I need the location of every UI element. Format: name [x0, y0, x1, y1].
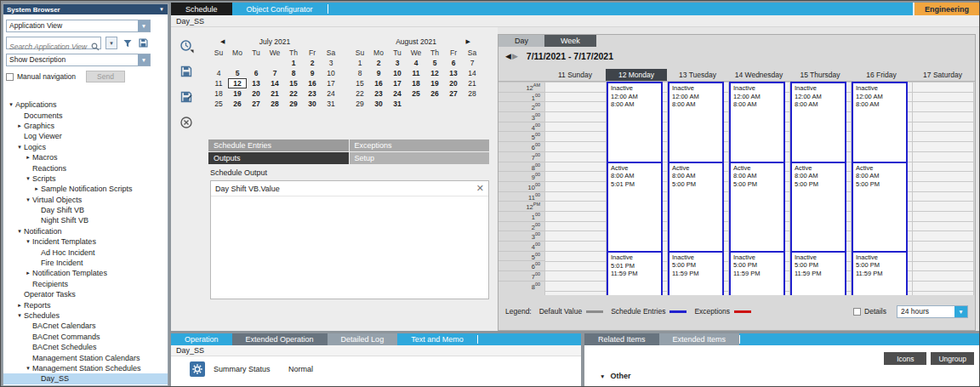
date-cell[interactable]: 24 [322, 88, 340, 99]
date-cell[interactable]: 26 [425, 88, 444, 99]
date-cell[interactable]: 15 [284, 78, 303, 88]
collapsed-arrow-icon[interactable]: ▸ [15, 122, 24, 129]
date-cell[interactable]: 9 [369, 68, 388, 78]
entry-tab-exceptions[interactable]: Exceptions [350, 139, 490, 151]
time-range-select[interactable]: 24 hours ▼ [897, 305, 968, 318]
date-cell[interactable]: 25 [407, 88, 425, 99]
collapsed-arrow-icon[interactable]: ▸ [15, 302, 24, 309]
tree-item-notification[interactable]: ▾Notification [3, 226, 168, 236]
output-item[interactable]: Day Shift VB.Value ✕ [211, 181, 488, 196]
date-cell[interactable]: 13 [444, 68, 463, 78]
date-cell[interactable]: 12 [228, 78, 247, 88]
remove-output-icon[interactable]: ✕ [476, 183, 484, 194]
date-cell[interactable]: 23 [369, 88, 388, 99]
date-cell[interactable]: 5 [425, 58, 444, 68]
tree-item-night-shift-vb[interactable]: Night Shift VB [3, 215, 168, 225]
tree-item-bacnet-commands[interactable]: BACnet Commands [3, 332, 168, 342]
tab-week[interactable]: Week [544, 35, 596, 47]
date-cell[interactable]: 9 [303, 68, 322, 78]
tab-schedule[interactable]: Schedule [171, 3, 232, 15]
tab-text-and-memo[interactable]: Text and Memo [397, 333, 477, 345]
expanded-arrow-icon[interactable]: ▾ [24, 175, 32, 182]
date-cell[interactable]: 28 [265, 99, 284, 109]
day-column-12-monday[interactable]: Inactive12:00 AM8:00 AMActive8:00 AM5:01… [607, 82, 668, 295]
schedule-block-active[interactable]: Active8:00 AM5:00 PM [852, 162, 908, 251]
date-cell[interactable]: 4 [407, 58, 425, 68]
date-cell[interactable]: 20 [444, 78, 463, 88]
panel-menu-icon[interactable]: ▼ [159, 7, 164, 12]
expanded-arrow-icon[interactable]: ▾ [15, 312, 24, 319]
previous-week-icon[interactable]: ◀ [505, 52, 511, 60]
tab-object-configurator[interactable]: Object Configurator [232, 3, 328, 15]
date-cell[interactable]: 25 [209, 99, 228, 109]
day-header-16-friday[interactable]: 16 Friday [851, 69, 912, 81]
schedule-block-inactive[interactable]: Inactive5:00 PM11:59 PM [852, 251, 908, 295]
date-cell[interactable]: 19 [425, 78, 444, 88]
date-cell[interactable]: 12 [425, 68, 444, 78]
day-header-12-monday[interactable]: 12 Monday [606, 69, 667, 81]
date-cell[interactable]: 18 [209, 88, 228, 99]
date-cell[interactable]: 4 [209, 68, 228, 78]
date-cell[interactable]: 13 [247, 78, 265, 88]
ungroup-button[interactable]: Ungroup [931, 352, 974, 365]
tree-item-scripts[interactable]: ▾Scripts [3, 174, 168, 184]
schedule-block-active[interactable]: Active8:00 AM5:01 PM [607, 162, 663, 251]
day-header-17-saturday[interactable]: 17 Saturday [912, 69, 973, 81]
date-cell[interactable]: 21 [463, 78, 481, 88]
date-cell[interactable]: 27 [444, 88, 463, 99]
entry-tab-outputs[interactable]: Outputs [208, 152, 349, 164]
tab-detailed-log[interactable]: Detailed Log [328, 333, 398, 345]
related-group-other[interactable]: ▼ Other [584, 365, 979, 380]
tree-item-schedules[interactable]: ▾Schedules [3, 310, 168, 321]
date-cell[interactable]: 2 [303, 58, 322, 68]
chevron-down-icon[interactable]: ▼ [138, 20, 150, 31]
tree-item-logics[interactable]: ▾Logics [3, 142, 168, 152]
day-header-14-wednesday[interactable]: 14 Wednesday [728, 69, 789, 81]
tree-item-applications[interactable]: ▾Applications [3, 100, 168, 110]
tree-item-management-station-calendars[interactable]: Management Station Calendars [3, 352, 168, 362]
tree-item-bacnet-calendars[interactable]: BACnet Calendars [3, 321, 168, 331]
expanded-arrow-icon[interactable]: ▾ [15, 228, 24, 235]
day-header-15-thursday[interactable]: 15 Thursday [789, 69, 851, 81]
tree-item-recipients[interactable]: Recipients [3, 279, 168, 289]
tree-item-reports[interactable]: ▸Reports [3, 299, 168, 310]
day-header-13-tuesday[interactable]: 13 Tuesday [667, 69, 728, 81]
date-cell[interactable]: 1 [350, 58, 369, 68]
search-input[interactable] [7, 42, 100, 53]
expanded-arrow-icon[interactable]: ▾ [24, 238, 32, 245]
date-cell[interactable]: 5 [228, 68, 247, 78]
tree-item-notification-templates[interactable]: ▸Notification Templates [3, 268, 168, 278]
details-checkbox[interactable] [853, 308, 861, 316]
date-cell[interactable]: 16 [303, 78, 322, 88]
collapsed-arrow-icon[interactable]: ▸ [24, 154, 32, 161]
date-cell[interactable]: 6 [247, 68, 265, 78]
tree-item-incident-templates[interactable]: ▾Incident Templates [3, 236, 168, 247]
tree-item-reactions[interactable]: Reactions [3, 162, 168, 173]
date-cell[interactable]: 26 [228, 99, 247, 109]
save-button[interactable] [178, 63, 195, 80]
date-cell[interactable]: 11 [407, 68, 425, 78]
date-cell[interactable]: 11 [209, 78, 228, 88]
tab-related-items[interactable]: Related Items [584, 333, 659, 345]
date-cell[interactable]: 31 [322, 99, 340, 109]
tree-item-graphics[interactable]: ▸Graphics [3, 121, 168, 131]
date-cell[interactable]: 29 [350, 99, 369, 109]
calendar-prev-icon[interactable]: ◀ [220, 36, 225, 48]
date-cell[interactable]: 1 [284, 58, 303, 68]
date-cell[interactable]: 7 [463, 58, 481, 68]
date-cell[interactable]: 10 [322, 68, 340, 78]
schedule-block-inactive[interactable]: Inactive5:00 PM11:59 PM [668, 251, 724, 295]
date-cell[interactable]: 22 [284, 88, 303, 99]
schedule-block-active[interactable]: Active8:00 AM5:00 PM [790, 162, 846, 251]
tree-item-documents[interactable]: Documents [3, 110, 168, 120]
schedule-block-inactive[interactable]: Inactive5:01 PM11:59 PM [607, 251, 663, 295]
tree-item-log-viewer[interactable]: Log Viewer [3, 131, 168, 141]
schedule-block-inactive[interactable]: Inactive12:00 AM8:00 AM [729, 82, 785, 162]
date-cell[interactable]: 27 [247, 99, 265, 109]
description-selector[interactable]: Show Description ▼ [6, 54, 151, 66]
tree-item-ad-hoc-incident[interactable]: Ad Hoc Incident [3, 247, 168, 257]
view-selector[interactable]: Application View ▼ [6, 20, 151, 32]
date-cell[interactable]: 15 [350, 78, 369, 88]
tree-item-operator-tasks[interactable]: Operator Tasks [3, 289, 168, 299]
date-cell[interactable]: 18 [407, 78, 425, 88]
